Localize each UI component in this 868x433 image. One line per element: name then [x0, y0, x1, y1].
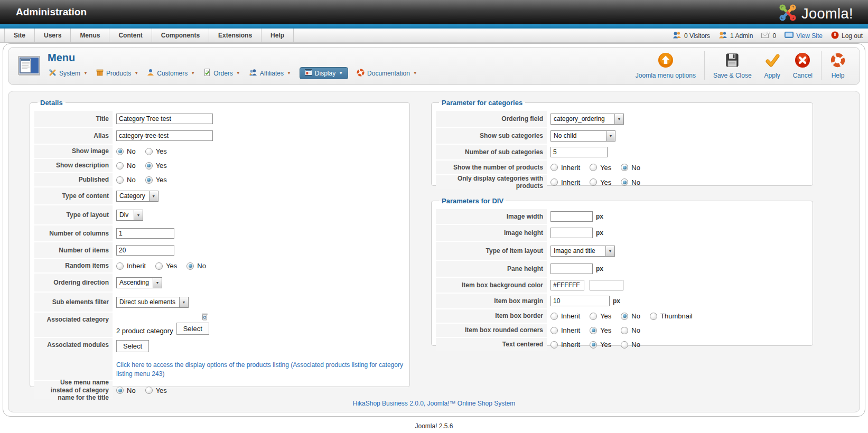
only-display-yes-radio[interactable] [590, 178, 597, 186]
joomla-version: Joomla! 2.5.6 [0, 422, 868, 430]
logout[interactable]: Log out [831, 31, 863, 41]
alias-input[interactable] [116, 130, 213, 141]
cancel-label: Cancel [793, 72, 813, 79]
person-icon [147, 69, 154, 78]
random-items-inherit-radio[interactable] [116, 262, 124, 270]
image-width-input[interactable] [550, 211, 593, 222]
logout-icon [831, 31, 839, 41]
ordering-direction-select[interactable]: Ascending ▼ [116, 277, 162, 288]
item-border-thumbnail-radio[interactable] [650, 313, 657, 320]
show-description-no-radio[interactable] [116, 162, 124, 170]
hika-menu-products[interactable]: Products ▼ [96, 69, 138, 78]
field-row-title: Title [34, 111, 404, 127]
menubar-item-menus[interactable]: Menus [71, 29, 109, 42]
menubar-item-components[interactable]: Components [152, 29, 209, 42]
field-row-text-centered: Text centered Inherit Yes No [436, 338, 807, 351]
ordering-direction-label: Ordering direction [34, 274, 113, 291]
item-rounded-inherit-radio[interactable] [550, 327, 558, 334]
associated-category-value: 2 product category [116, 327, 173, 335]
dropdown-arrow-icon: ▼ [149, 191, 158, 201]
menubar-item-content[interactable]: Content [109, 29, 152, 42]
menubar-item-site[interactable]: Site [4, 29, 35, 42]
image-height-label: Image height [436, 225, 547, 241]
pane-height-input[interactable] [550, 263, 593, 274]
text-centered-yes-radio[interactable] [590, 341, 597, 349]
only-display-no-radio[interactable] [621, 178, 628, 186]
show-sub-categories-select[interactable]: No child ▼ [550, 130, 615, 142]
use-menu-name-no-radio[interactable] [116, 387, 124, 394]
save-close-label: Save & Close [713, 72, 752, 79]
px-unit-label: px [596, 213, 603, 220]
text-centered-inherit-radio[interactable] [550, 341, 558, 349]
number-of-items-input[interactable] [116, 245, 174, 256]
radio-option-label: No [127, 162, 136, 170]
field-row-show-sub-categories: Show sub categories No child ▼ [436, 128, 807, 144]
help-button[interactable]: Help [824, 51, 852, 80]
use-menu-name-yes-radio[interactable] [145, 387, 153, 394]
sub-elements-filter-select[interactable]: Direct sub elements ▼ [116, 297, 189, 308]
associated-category-select-button[interactable]: Select [176, 323, 209, 335]
show-image-yes-radio[interactable] [145, 148, 153, 155]
type-of-item-layout-select[interactable]: Image and title ▼ [550, 246, 615, 257]
use-menu-name-label: Use menu name instead of category name f… [34, 381, 113, 399]
published-yes-radio[interactable] [145, 176, 153, 184]
hika-menu-documentation[interactable]: Documentation ▼ [357, 69, 417, 78]
type-of-layout-select[interactable]: Div ▼ [116, 210, 143, 221]
hika-menu-system[interactable]: System ▼ [49, 69, 88, 78]
cancel-circle-icon [795, 52, 810, 70]
item-box-background-color-swatch[interactable] [590, 280, 623, 290]
apply-button[interactable]: Apply [758, 51, 787, 80]
menubar-item-extensions[interactable]: Extensions [209, 29, 262, 42]
up-arrow-circle-icon [658, 52, 674, 70]
ordering-field-select[interactable]: category_ordering ▼ [550, 114, 624, 125]
hika-menu-affiliates[interactable]: Affiliates ▼ [249, 69, 291, 78]
published-no-radio[interactable] [116, 176, 124, 184]
associated-modules-select-button[interactable]: Select [116, 340, 149, 352]
show-number-inherit-radio[interactable] [550, 164, 558, 171]
details-fieldset: Details Title Alias Show image No Yes Sh… [30, 99, 410, 387]
joomla-menu-options-button[interactable]: Joomla menu options [629, 51, 702, 80]
image-height-input[interactable] [550, 228, 593, 238]
item-border-no-radio[interactable] [621, 313, 628, 320]
save-close-button[interactable]: Save & Close [707, 51, 758, 80]
show-number-yes-radio[interactable] [590, 164, 597, 171]
number-of-sub-categories-input[interactable] [550, 147, 608, 157]
text-centered-no-radio[interactable] [621, 341, 628, 349]
field-row-item-box-background-color: Item box background color [436, 278, 807, 293]
px-unit-label: px [613, 297, 620, 305]
item-box-margin-input[interactable] [550, 296, 610, 306]
display-options-link[interactable]: Click here to access the display options… [116, 361, 404, 379]
view-site[interactable]: View Site [785, 32, 823, 40]
field-row-type-of-content: Type of content Category ▼ [34, 187, 404, 204]
show-image-label: Show image [34, 145, 113, 158]
random-items-yes-radio[interactable] [155, 262, 163, 270]
hika-menu-orders[interactable]: Orders ▼ [203, 69, 240, 78]
number-of-columns-input[interactable] [116, 228, 174, 239]
type-of-content-select[interactable]: Category ▼ [116, 191, 158, 202]
only-display-inherit-radio[interactable] [550, 178, 558, 186]
hika-menu-display[interactable]: Display ▼ [300, 67, 348, 79]
cancel-button[interactable]: Cancel [787, 51, 819, 80]
show-description-yes-radio[interactable] [145, 162, 153, 170]
field-row-sub-elements-filter: Sub elements filter Direct sub elements … [34, 293, 404, 312]
item-border-yes-radio[interactable] [590, 313, 597, 320]
show-image-no-radio[interactable] [116, 148, 124, 155]
field-row-only-display-with-products: Only display categories with products In… [436, 175, 807, 189]
display-window-icon [305, 69, 312, 77]
hika-menu-customers[interactable]: Customers ▼ [147, 69, 195, 78]
field-row-associated-category: Associated category 2 product category S… [34, 313, 404, 337]
hikashop-footer-link[interactable]: HikaShop Business 2.0.0, Joomla!™ Online… [353, 400, 516, 407]
item-box-background-color-input[interactable] [550, 280, 584, 290]
menubar-item-help[interactable]: Help [262, 29, 294, 42]
trash-icon[interactable] [201, 313, 208, 322]
item-rounded-no-radio[interactable] [621, 327, 628, 334]
item-border-inherit-radio[interactable] [550, 313, 558, 320]
title-input[interactable] [116, 114, 213, 124]
item-rounded-yes-radio[interactable] [590, 327, 597, 334]
random-items-no-radio[interactable] [186, 262, 194, 270]
messages-status[interactable]: 0 [761, 32, 776, 40]
field-row-pane-height: Pane height px [436, 261, 807, 277]
field-row-item-box-margin: Item box margin px [436, 294, 807, 308]
show-number-no-radio[interactable] [621, 164, 628, 171]
menubar-item-users[interactable]: Users [35, 29, 71, 42]
